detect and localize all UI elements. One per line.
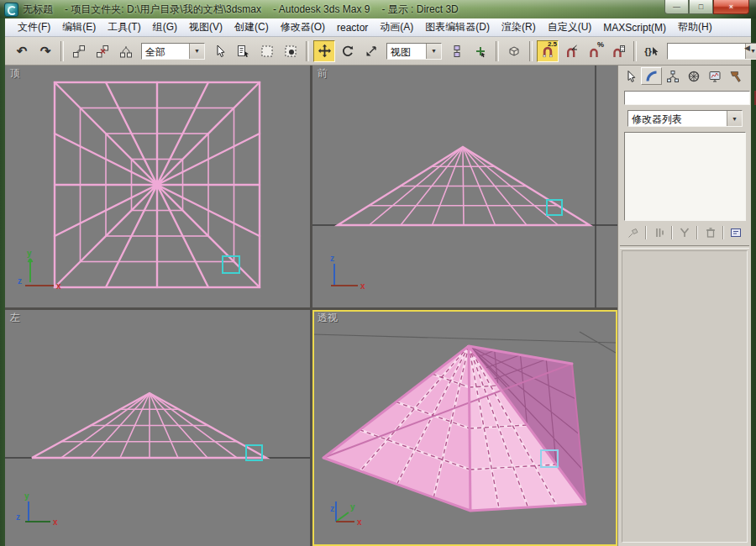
command-panel-tabs <box>620 67 749 87</box>
unlink-selection-button[interactable] <box>92 40 113 62</box>
select-and-manipulate-button[interactable] <box>470 40 491 62</box>
select-and-move-button[interactable] <box>313 40 335 62</box>
axis-tripod: y x z <box>16 491 58 527</box>
select-by-name-icon <box>237 45 250 58</box>
bind-to-space-warp-button[interactable] <box>115 40 137 62</box>
menu-animation[interactable]: 动画(A) <box>374 18 419 36</box>
top-viewport-canvas[interactable]: y x z <box>5 66 310 307</box>
viewport-top[interactable]: 顶 y <box>5 66 310 307</box>
percent-snap-toggle-button[interactable]: % <box>584 40 606 62</box>
menu-reactor[interactable]: reactor <box>331 20 374 35</box>
remove-modifier-button[interactable] <box>702 225 719 240</box>
selection-filter-dropdown[interactable]: 全部 ▼ <box>141 43 205 60</box>
select-and-link-button[interactable] <box>68 40 90 62</box>
cube-icon <box>507 45 521 58</box>
percent-label: % <box>597 41 604 48</box>
menu-file[interactable]: 文件(F) <box>12 18 56 36</box>
viewport-perspective[interactable]: 透视 <box>312 310 617 546</box>
titlebar[interactable]: 无标题 - 项目文件夹: D:\用户目录\我的文档\3dsmax - Autod… <box>0 0 756 18</box>
angle-snap-toggle-button[interactable] <box>560 40 582 62</box>
modifier-list-label: 修改器列表 <box>628 111 727 126</box>
chevron-down-icon: ▼ <box>431 48 437 54</box>
chevron-down-icon: ▼ <box>194 48 200 54</box>
pyramid-shaded-perspective <box>323 346 585 511</box>
use-pivot-point-center-button[interactable] <box>446 40 468 62</box>
window-crossing-toggle-button[interactable] <box>280 40 302 62</box>
menu-views[interactable]: 视图(V) <box>183 18 228 36</box>
named-selection-sets-dropdown[interactable]: ▼ <box>667 43 756 60</box>
minimize-button[interactable]: — <box>664 0 689 14</box>
tab-create[interactable] <box>620 67 641 85</box>
create-icon <box>624 70 638 83</box>
menu-help[interactable]: 帮助(H) <box>672 18 718 36</box>
select-by-name-button[interactable] <box>233 40 255 62</box>
front-viewport-canvas[interactable]: z x <box>312 66 617 307</box>
dropdown-button[interactable]: ▼ <box>189 44 204 59</box>
snap-toggle-button[interactable]: 2.5 <box>537 40 559 62</box>
reference-coordinate-system-dropdown[interactable]: 视图 ▼ <box>386 43 442 60</box>
undo-icon: ↶ <box>17 44 28 59</box>
utilities-icon <box>729 70 743 83</box>
viewport-front[interactable]: 前 z <box>312 66 617 307</box>
redo-button[interactable]: ↷ <box>34 40 56 62</box>
marquee-icon <box>260 45 274 58</box>
dropdown-button[interactable]: ▼ <box>727 111 742 126</box>
perspective-viewport-canvas[interactable]: z y x <box>312 310 617 546</box>
toolbar-scroll-arrow[interactable]: ◀ <box>744 44 750 52</box>
menu-create[interactable]: 创建(C) <box>228 18 275 36</box>
menu-graph-editors[interactable]: 图表编辑器(D) <box>419 18 496 36</box>
axis-z-label: z <box>18 276 22 286</box>
menu-rendering[interactable]: 渲染(R) <box>496 18 542 36</box>
separator <box>696 226 698 239</box>
edit-named-selection-sets-button[interactable]: {} <box>641 40 663 62</box>
viewport-top-label[interactable]: 顶 <box>10 66 20 81</box>
keyboard-shortcut-override-button[interactable] <box>503 40 525 62</box>
select-and-scale-button[interactable] <box>360 40 382 62</box>
main-toolbar: ↶ ↷ 全部 ▼ 视图 ▼ <box>5 37 751 66</box>
toolbar-separator <box>306 41 309 61</box>
axis-tripod: z y x <box>330 501 362 527</box>
menu-tools[interactable]: 工具(T) <box>102 18 146 36</box>
viewport-perspective-label[interactable]: 透视 <box>318 311 338 325</box>
undo-button[interactable]: ↶ <box>11 40 33 62</box>
configure-modifier-sets-button[interactable] <box>727 225 744 240</box>
show-end-result-icon <box>653 226 666 239</box>
maximize-button[interactable]: □ <box>689 0 713 14</box>
menu-group[interactable]: 组(G) <box>147 18 183 36</box>
close-button[interactable]: × <box>713 0 749 14</box>
menu-edit[interactable]: 编辑(E) <box>56 18 102 36</box>
modifier-stack-toolbar <box>622 223 748 242</box>
viewport-area: 顶 y <box>5 66 617 546</box>
menu-maxscript[interactable]: MAXScript(M) <box>597 20 672 35</box>
close-icon: × <box>729 3 733 11</box>
tab-utilities[interactable] <box>725 67 746 85</box>
rollout-area-empty <box>622 250 748 543</box>
viewport-left[interactable]: 左 y x <box>5 310 310 546</box>
tab-display[interactable] <box>704 67 725 85</box>
link-icon <box>72 45 86 58</box>
dropdown-button[interactable]: ▼ <box>426 44 441 59</box>
select-and-rotate-button[interactable] <box>337 40 359 62</box>
show-end-result-button[interactable] <box>651 225 668 240</box>
toolbar-separator <box>60 41 64 61</box>
menu-customize[interactable]: 自定义(U) <box>542 18 598 36</box>
rectangular-selection-region-button[interactable] <box>256 40 278 62</box>
menu-modifiers[interactable]: 修改器(O) <box>275 18 331 36</box>
make-unique-button[interactable] <box>676 225 693 240</box>
select-object-button[interactable] <box>209 40 231 62</box>
axis-y-label: y <box>24 491 29 501</box>
object-name-field[interactable] <box>624 91 750 105</box>
tab-hierarchy[interactable] <box>662 67 683 85</box>
pin-stack-button[interactable] <box>625 225 642 240</box>
pivot-center-icon <box>450 45 464 58</box>
viewport-left-label[interactable]: 左 <box>10 311 20 325</box>
modifier-list-dropdown[interactable]: 修改器列表 ▼ <box>627 110 743 127</box>
left-viewport-canvas[interactable]: y x z <box>5 310 310 546</box>
modifier-stack-list[interactable] <box>624 132 746 221</box>
configure-sets-icon <box>729 226 743 239</box>
tab-motion[interactable] <box>683 67 704 85</box>
tab-modify[interactable] <box>641 67 662 85</box>
viewport-front-label[interactable]: 前 <box>318 66 328 81</box>
spinner-snap-toggle-button[interactable] <box>607 40 629 62</box>
hierarchy-icon <box>666 70 680 83</box>
